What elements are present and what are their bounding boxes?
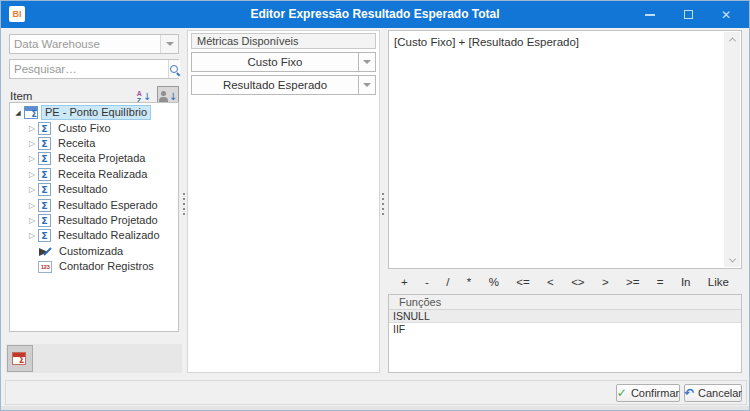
tree-node-metric[interactable]: ▷ Σ Custo Fixo [10, 120, 178, 135]
source-combobox-value: Data Warehouse [10, 35, 160, 53]
scroll-up-button[interactable] [724, 32, 740, 46]
check-icon: ✓ [617, 386, 627, 400]
metric-button-label: Resultado Esperado [192, 76, 358, 94]
tree-node-contador[interactable]: 123 Contador Registros [10, 259, 178, 274]
scroll-down-button[interactable] [724, 253, 740, 267]
cancel-button-label: Cancelar [698, 387, 742, 399]
chevron-down-icon [363, 83, 371, 87]
operator-button[interactable]: In [681, 276, 691, 288]
chevron-up-icon [728, 37, 735, 44]
expression-text-input[interactable]: [Custo Fixo] + [Resultado Esperado] [394, 35, 719, 264]
search-input[interactable] [10, 60, 168, 78]
metrics-tree: ◢ Σ PE - Ponto Equilíbrio ▷ Σ Custo Fixo… [9, 102, 179, 332]
right-splitter-handle[interactable] [380, 193, 385, 217]
maximize-icon [684, 10, 693, 19]
sigma-icon: Σ [38, 122, 51, 135]
operator-button[interactable]: - [425, 276, 429, 288]
close-icon: ✕ [721, 8, 731, 22]
sigma-icon: Σ [38, 214, 51, 227]
metric-button-custo-fixo[interactable]: Custo Fixo [191, 52, 376, 72]
title-bar: BI Editor Expressão Resultado Esperado T… [1, 1, 749, 28]
source-combobox[interactable]: Data Warehouse [9, 34, 179, 54]
cube-metric-icon: Σ [24, 106, 38, 119]
source-combobox-dropdown-button[interactable] [160, 35, 178, 53]
functions-header: Funções [389, 295, 741, 310]
operator-button[interactable]: <= [516, 276, 529, 288]
red-metric-icon: Σ [12, 352, 26, 365]
tree-node-metric[interactable]: ▷ Σ Receita Realizada [10, 167, 178, 182]
operator-button[interactable]: = [657, 276, 664, 288]
left-toolbar-strip: Σ [6, 344, 182, 373]
cancel-button[interactable]: ↶ Cancelar [684, 384, 742, 402]
function-item-iif[interactable]: IIF [389, 323, 741, 336]
operator-button[interactable]: > [602, 276, 609, 288]
collapsed-arrow-icon[interactable]: ▷ [26, 139, 38, 148]
tree-node-label[interactable]: Custo Fixo [55, 122, 114, 135]
search-button[interactable] [168, 60, 180, 78]
available-metrics-panel: Métricas Disponíveis Custo Fixo Resultad… [187, 30, 380, 373]
sigma-icon: Σ [38, 229, 51, 242]
chevron-down-icon [728, 255, 735, 262]
operator-button[interactable]: + [401, 276, 408, 288]
counter-123-icon: 123 [38, 261, 52, 273]
window-controls: ✕ [631, 1, 745, 28]
tree-node-metric[interactable]: ▷ Σ Receita Projetada [10, 151, 178, 166]
sigma-icon: Σ [38, 199, 51, 212]
operator-button[interactable]: <> [571, 276, 584, 288]
left-splitter-handle[interactable] [181, 193, 186, 217]
tree-node-metric[interactable]: ▷ Σ Resultado Realizado [10, 228, 178, 243]
item-column-label: Item [10, 90, 32, 102]
collapsed-arrow-icon[interactable]: ▷ [26, 231, 38, 240]
operator-button[interactable]: / [446, 276, 449, 288]
search-box [9, 59, 179, 79]
sigma-icon: Σ [38, 152, 51, 165]
expression-scrollbar[interactable] [724, 32, 740, 267]
tree-node-label[interactable]: Resultado [55, 183, 111, 196]
tree-node-label[interactable]: PE - Ponto Equilíbrio [41, 105, 151, 120]
collapsed-arrow-icon[interactable]: ▷ [26, 201, 38, 210]
tree-node-metric[interactable]: ▷ Σ Resultado Projetado [10, 213, 178, 228]
confirm-button[interactable]: ✓ Confirmar [616, 384, 680, 402]
chevron-down-icon [363, 60, 371, 64]
expanded-arrow-icon[interactable]: ◢ [12, 109, 24, 117]
metric-button-label: Custo Fixo [192, 53, 358, 71]
tree-node-label[interactable]: Customizada [56, 245, 126, 258]
tree-node-metric[interactable]: ▷ Σ Resultado Esperado [10, 197, 178, 212]
tree-node-metric[interactable]: ▷ Σ Resultado [10, 182, 178, 197]
metric-view-toggle-button[interactable]: Σ [7, 345, 33, 372]
collapsed-arrow-icon[interactable]: ▷ [26, 124, 38, 133]
undo-icon: ↶ [684, 386, 694, 400]
collapsed-arrow-icon[interactable]: ▷ [26, 216, 38, 225]
tree-node-label[interactable]: Resultado Realizado [55, 229, 163, 242]
tree-node-label[interactable]: Contador Registros [56, 260, 157, 273]
operator-button[interactable]: < [547, 276, 554, 288]
tree-node-label[interactable]: Receita Projetada [55, 152, 148, 165]
metric-dropdown-button[interactable] [358, 76, 375, 94]
collapsed-arrow-icon[interactable]: ▷ [26, 185, 38, 194]
tree-node-metric[interactable]: ▷ Σ Receita [10, 136, 178, 151]
metric-button-resultado-esperado[interactable]: Resultado Esperado [191, 75, 376, 95]
tree-node-label[interactable]: Receita [55, 137, 98, 150]
minimize-button[interactable] [631, 1, 669, 28]
tree-node-label[interactable]: Resultado Projetado [55, 214, 161, 227]
operator-button[interactable]: % [489, 276, 499, 288]
operator-button[interactable]: >= [626, 276, 639, 288]
tree-node-root[interactable]: ◢ Σ PE - Ponto Equilíbrio [10, 105, 178, 120]
tree-node-label[interactable]: Receita Realizada [55, 168, 150, 181]
collapsed-arrow-icon[interactable]: ▷ [26, 170, 38, 179]
operator-button[interactable]: * [467, 276, 471, 288]
tree-node-customizada[interactable]: Customizada [10, 244, 178, 259]
maximize-button[interactable] [669, 1, 707, 28]
person-sort-icon: ↓ [159, 91, 177, 102]
function-item-isnull[interactable]: ISNULL [389, 310, 741, 323]
tree-node-label[interactable]: Resultado Esperado [55, 199, 161, 212]
dialog-window: BI Editor Expressão Resultado Esperado T… [0, 0, 750, 411]
metric-dropdown-button[interactable] [358, 53, 375, 71]
collapsed-arrow-icon[interactable]: ▷ [26, 154, 38, 163]
window-bottom-edge [1, 406, 749, 411]
search-icon [169, 64, 180, 75]
operator-button[interactable]: Like [708, 276, 729, 288]
footer-bar: ✓ Confirmar ↶ Cancelar [5, 380, 747, 405]
close-button[interactable]: ✕ [707, 1, 745, 28]
functions-list: Funções ISNULL IIF [388, 294, 742, 373]
